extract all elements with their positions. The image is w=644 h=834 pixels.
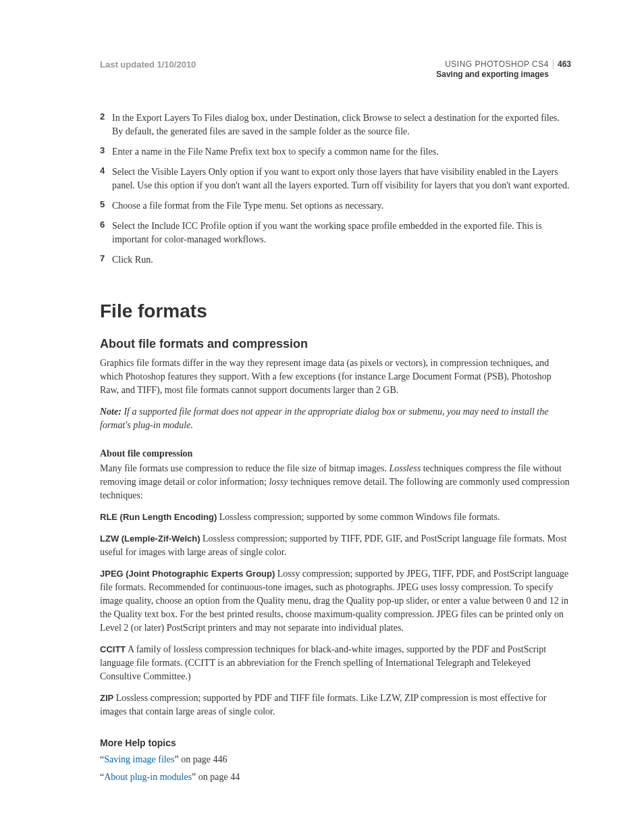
term-jpeg: JPEG (Joint Photographic Experts Group) … xyxy=(100,567,571,635)
step-number: 2 xyxy=(100,111,112,138)
term-desc: Lossless compression; supported by some … xyxy=(217,512,500,522)
compression-heading: About file compression xyxy=(100,448,571,459)
step: 7 Click Run. xyxy=(100,253,571,267)
compression-intro: Many file formats use compression to red… xyxy=(100,462,571,502)
help-link-line: “About plug-in modules” on page 44 xyxy=(100,770,571,785)
last-updated: Last updated 1/10/2010 xyxy=(100,59,196,70)
help-link-line: “Saving image files” on page 446 xyxy=(100,752,571,767)
term-ccitt: CCITT A family of lossless compression t… xyxy=(100,643,571,683)
step-number: 7 xyxy=(100,253,112,267)
step-number: 3 xyxy=(100,145,112,159)
step: 3 Enter a name in the File Name Prefix t… xyxy=(100,145,571,159)
running-head: USING PHOTOSHOP CS4 xyxy=(436,59,549,69)
term-lzw: LZW (Lemple-Zif-Welch) Lossless compress… xyxy=(100,532,571,559)
step-text: Enter a name in the File Name Prefix tex… xyxy=(112,145,439,159)
step-number: 5 xyxy=(100,199,112,213)
header-right-text: USING PHOTOSHOP CS4 Saving and exporting… xyxy=(436,59,549,79)
note-text: If a supported file format does not appe… xyxy=(100,407,548,430)
note-paragraph: Note: If a supported file format does no… xyxy=(100,405,571,432)
term-desc: Lossless compression; supported by PDF a… xyxy=(100,693,546,716)
step-text: In the Export Layers To Files dialog box… xyxy=(112,111,571,138)
term-label: ZIP xyxy=(100,693,113,703)
help-link-rest: ” on page 44 xyxy=(192,772,240,782)
note-label: Note: xyxy=(100,407,122,417)
term-rle: RLE (Run Length Encoding) Lossless compr… xyxy=(100,511,571,524)
lossy-term: lossy xyxy=(269,477,288,487)
subsection-title: About file formats and compression xyxy=(100,337,571,351)
step-text: Choose a file format from the File Type … xyxy=(112,199,383,213)
step-number: 4 xyxy=(100,165,112,192)
section-title: File formats xyxy=(100,301,571,322)
term-label: RLE (Run Length Encoding) xyxy=(100,512,217,522)
term-label: LZW (Lemple-Zif-Welch) xyxy=(100,533,200,544)
chapter-title: Saving and exporting images xyxy=(436,70,549,79)
more-help-heading: More Help topics xyxy=(100,737,571,748)
step-text: Click Run. xyxy=(112,253,153,267)
step: 6 Select the Include ICC Profile option … xyxy=(100,219,571,246)
term-label: CCITT xyxy=(100,644,126,654)
term-label: JPEG (Joint Photographic Experts Group) xyxy=(100,569,275,579)
help-link-rest: ” on page 446 xyxy=(174,754,227,764)
help-link-plugin-modules[interactable]: About plug-in modules xyxy=(104,772,192,782)
header-right: USING PHOTOSHOP CS4 Saving and exporting… xyxy=(436,59,571,79)
step: 5 Choose a file format from the File Typ… xyxy=(100,199,571,213)
step-text: Select the Visible Layers Only option if… xyxy=(112,165,571,192)
step: 4 Select the Visible Layers Only option … xyxy=(100,165,571,192)
page-number: 463 xyxy=(553,59,571,69)
term-desc: A family of lossless compression techniq… xyxy=(100,644,546,681)
intro-paragraph: Graphics file formats differ in the way … xyxy=(100,357,571,397)
step-list: 2 In the Export Layers To Files dialog b… xyxy=(100,111,571,267)
lossless-term: Lossless xyxy=(389,463,421,473)
text-fragment: Many file formats use compression to red… xyxy=(100,463,389,473)
page: Last updated 1/10/2010 USING PHOTOSHOP C… xyxy=(0,0,644,834)
term-zip: ZIP Lossless compression; supported by P… xyxy=(100,692,571,719)
help-link-saving-image-files[interactable]: Saving image files xyxy=(104,754,174,764)
step: 2 In the Export Layers To Files dialog b… xyxy=(100,111,571,138)
step-text: Select the Include ICC Profile option if… xyxy=(112,219,571,246)
page-header: Last updated 1/10/2010 USING PHOTOSHOP C… xyxy=(100,59,571,79)
step-number: 6 xyxy=(100,219,112,246)
